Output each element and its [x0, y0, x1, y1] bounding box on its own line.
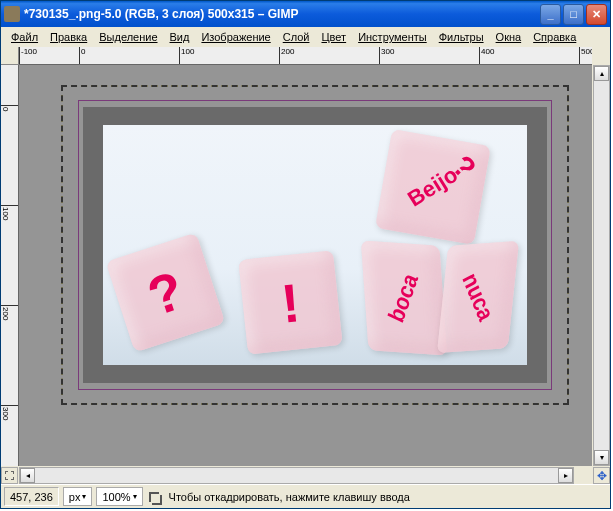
ruler-tick: 0 [79, 47, 85, 64]
chevron-down-icon: ▾ [82, 492, 86, 501]
menu-image[interactable]: Изображение [195, 29, 276, 45]
menu-edit[interactable]: Правка [44, 29, 93, 45]
close-button[interactable]: ✕ [586, 4, 607, 25]
menu-help[interactable]: Справка [527, 29, 582, 45]
menu-tools[interactable]: Инструменты [352, 29, 433, 45]
chevron-down-icon: ▾ [133, 492, 137, 501]
ruler-tick: 100 [1, 205, 18, 220]
quickmask-toggle[interactable] [1, 467, 18, 484]
ruler-horizontal[interactable]: -100 0 100 200 300 400 500 [19, 47, 592, 65]
menubar: Файл Правка Выделение Вид Изображение Сл… [1, 27, 610, 47]
unit-selector[interactable]: px▾ [63, 487, 93, 506]
scroll-right-icon[interactable]: ▸ [558, 468, 573, 483]
scroll-up-icon[interactable]: ▴ [594, 66, 609, 81]
ruler-tick: -100 [19, 47, 37, 64]
scroll-left-icon[interactable]: ◂ [20, 468, 35, 483]
crop-handle-tr[interactable] [502, 100, 552, 150]
canvas-area[interactable]: ? ! ? Beijo boca nuca [19, 65, 592, 466]
minimize-button[interactable]: _ [540, 4, 561, 25]
ruler-vertical[interactable]: 0 100 200 300 [1, 65, 19, 466]
crop-handle-br[interactable] [492, 345, 552, 390]
maximize-button[interactable]: □ [563, 4, 584, 25]
menu-select[interactable]: Выделение [93, 29, 163, 45]
zoom-selector[interactable]: 100%▾ [96, 487, 142, 506]
app-window: *730135_.png-5.0 (RGB, 3 слоя) 500x315 –… [0, 0, 611, 509]
window-title: *730135_.png-5.0 (RGB, 3 слоя) 500x315 –… [24, 7, 540, 21]
horizontal-scrollbar[interactable]: ◂ ▸ [19, 467, 574, 484]
navigation-button[interactable]: ✥ [593, 467, 610, 484]
crop-handle-bl[interactable] [78, 345, 138, 390]
ruler-tick: 500 [579, 47, 592, 64]
ruler-tick: 400 [479, 47, 494, 64]
ruler-tick: 0 [1, 105, 18, 111]
ruler-tick: 100 [179, 47, 194, 64]
crop-icon [147, 490, 161, 504]
crop-rectangle[interactable] [78, 100, 552, 390]
ruler-tick: 300 [1, 405, 18, 420]
ruler-tick: 200 [1, 305, 18, 320]
titlebar[interactable]: *730135_.png-5.0 (RGB, 3 слоя) 500x315 –… [1, 1, 610, 27]
menu-filters[interactable]: Фильтры [433, 29, 490, 45]
scroll-track[interactable] [594, 81, 609, 450]
ruler-tick: 300 [379, 47, 394, 64]
workspace: -100 0 100 200 300 400 500 0 100 200 300… [1, 47, 610, 484]
app-icon [4, 6, 20, 22]
menu-layer[interactable]: Слой [277, 29, 316, 45]
image-canvas[interactable]: ? ! ? Beijo boca nuca [61, 85, 569, 405]
ruler-corner[interactable] [1, 47, 19, 65]
scroll-down-icon[interactable]: ▾ [594, 450, 609, 465]
ruler-tick: 200 [279, 47, 294, 64]
vertical-scrollbar[interactable]: ▴ ▾ [593, 65, 610, 466]
menu-color[interactable]: Цвет [315, 29, 352, 45]
cursor-coords: 457, 236 [4, 487, 59, 506]
crop-handle-tl[interactable] [78, 100, 128, 150]
menu-file[interactable]: Файл [5, 29, 44, 45]
menu-windows[interactable]: Окна [490, 29, 528, 45]
scroll-track[interactable] [35, 468, 558, 483]
statusbar: 457, 236 px▾ 100%▾ Чтобы откадрировать, … [1, 484, 610, 508]
menu-view[interactable]: Вид [164, 29, 196, 45]
status-message: Чтобы откадрировать, нажмите клавишу вво… [165, 491, 607, 503]
